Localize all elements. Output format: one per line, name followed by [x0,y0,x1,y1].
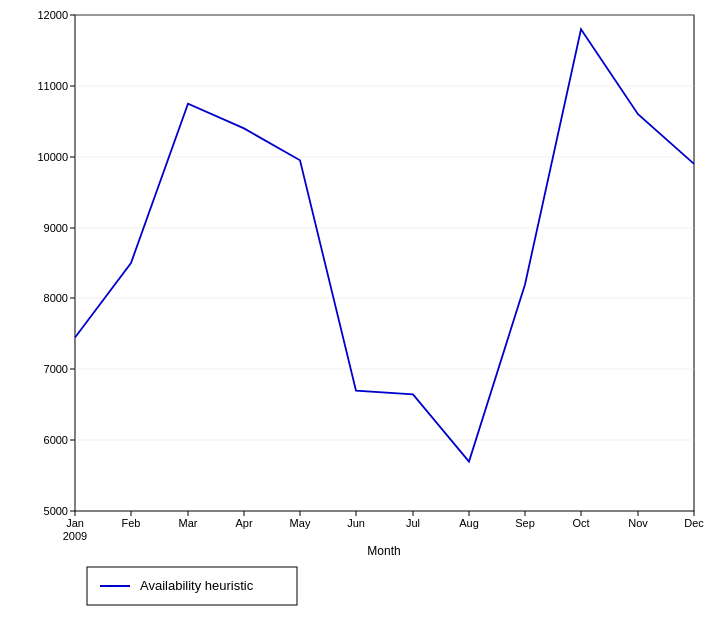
x-tick-mar: Mar [179,517,198,529]
x-tick-dec: Dec [684,517,704,529]
x-tick-jul: Jul [406,517,420,529]
line-chart: 12000 11000 10000 9000 8000 7000 6000 50… [0,0,714,621]
x-tick-jun: Jun [347,517,365,529]
y-tick-7000: 7000 [44,363,68,375]
x-tick-oct: Oct [572,517,589,529]
x-tick-feb: Feb [122,517,141,529]
x-tick-jan: Jan [66,517,84,529]
y-tick-12000: 12000 [37,9,68,21]
x-tick-may: May [290,517,311,529]
y-tick-9000: 9000 [44,222,68,234]
y-tick-11000: 11000 [37,80,68,92]
x-tick-aug: Aug [459,517,479,529]
legend-label: Availability heuristic [140,578,254,593]
chart-container: 12000 11000 10000 9000 8000 7000 6000 50… [0,0,714,621]
x-tick-nov: Nov [628,517,648,529]
y-tick-5000: 5000 [44,505,68,517]
x-axis-label: Month [367,544,400,558]
x-tick-sep: Sep [515,517,535,529]
y-tick-6000: 6000 [44,434,68,446]
x-tick-2009: 2009 [63,530,87,542]
x-tick-apr: Apr [235,517,252,529]
y-tick-10000: 10000 [37,151,68,163]
svg-rect-1 [75,15,694,511]
y-tick-8000: 8000 [44,292,68,304]
